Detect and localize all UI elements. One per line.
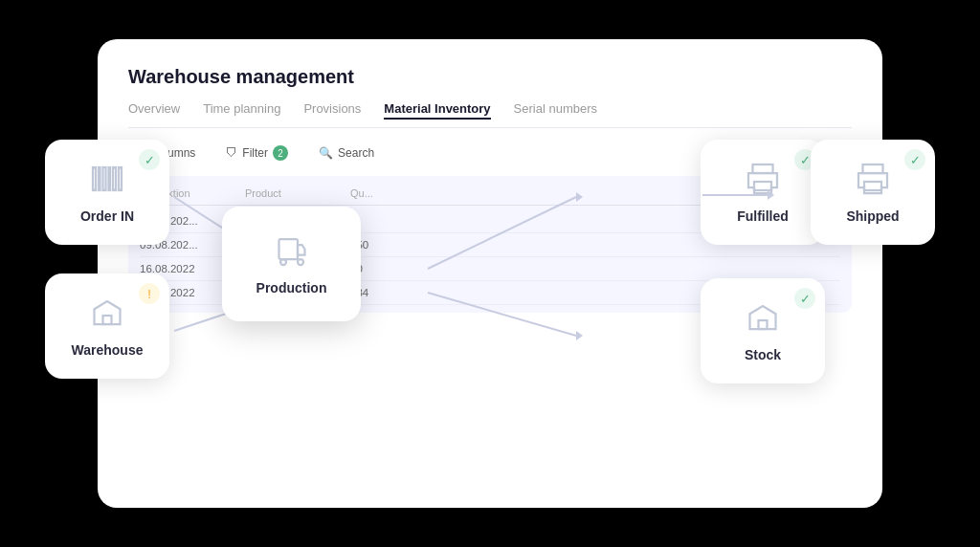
svg-point-19	[298, 259, 303, 265]
search-icon: 🔍	[319, 146, 333, 160]
tab-overview[interactable]: Overview	[128, 101, 180, 120]
tab-bar: Overview Time planning Provisions Materi…	[128, 101, 852, 128]
svg-rect-20	[753, 164, 773, 173]
col-qty: Qu...	[350, 187, 436, 199]
svg-rect-23	[864, 182, 881, 190]
status-stock: ✓	[794, 288, 815, 309]
tab-provisions[interactable]: Provisions	[303, 101, 361, 120]
card-stock[interactable]: ✓ Stock	[701, 278, 825, 383]
card-warehouse[interactable]: ! Warehouse	[45, 274, 169, 379]
svg-rect-16	[103, 316, 112, 324]
svg-rect-17	[278, 239, 298, 259]
card-stock-label: Stock	[745, 347, 781, 362]
card-shipped-label: Shipped	[846, 208, 899, 224]
stock-icon	[746, 300, 780, 339]
svg-rect-10	[93, 167, 96, 190]
card-order-in[interactable]: ✓ Order IN	[45, 140, 169, 245]
card-fulfilled-label: Fulfilled	[737, 208, 789, 224]
card-warehouse-label: Warehouse	[72, 342, 144, 358]
svg-rect-11	[99, 167, 100, 190]
tab-serial-numbers[interactable]: Serial numbers	[514, 101, 597, 120]
status-shipped: ✓	[904, 149, 925, 170]
svg-point-18	[280, 259, 286, 265]
card-production[interactable]: Production	[222, 207, 361, 321]
svg-rect-13	[109, 167, 111, 190]
status-order-in: ✓	[139, 149, 160, 170]
card-fulfilled[interactable]: ✓ Fulfilled	[701, 140, 825, 245]
tab-time-planning[interactable]: Time planning	[203, 101, 280, 120]
printer-shipped-icon	[856, 162, 890, 201]
svg-rect-15	[119, 167, 122, 190]
svg-rect-24	[759, 320, 768, 329]
col-product: Product	[245, 187, 331, 199]
card-production-label: Production	[256, 280, 327, 295]
warehouse-icon	[90, 295, 124, 335]
svg-rect-22	[863, 164, 883, 173]
svg-rect-14	[113, 167, 116, 190]
barcode-icon	[90, 162, 124, 201]
filter-count: 2	[273, 145, 288, 161]
printer-fulfilled-icon	[746, 162, 780, 201]
filter-button[interactable]: ⛉ Filter 2	[218, 142, 296, 164]
svg-rect-12	[103, 167, 106, 190]
search-button[interactable]: 🔍 Search	[311, 142, 382, 164]
card-order-in-label: Order IN	[80, 208, 134, 224]
status-warehouse: !	[139, 283, 160, 304]
production-icon	[275, 233, 309, 273]
filter-icon: ⛉	[226, 146, 237, 160]
svg-rect-21	[754, 182, 771, 190]
card-shipped[interactable]: ✓ Shipped	[811, 140, 935, 245]
page-title: Warehouse management	[128, 66, 852, 88]
tab-material-inventory[interactable]: Material Inventory	[384, 101, 490, 120]
